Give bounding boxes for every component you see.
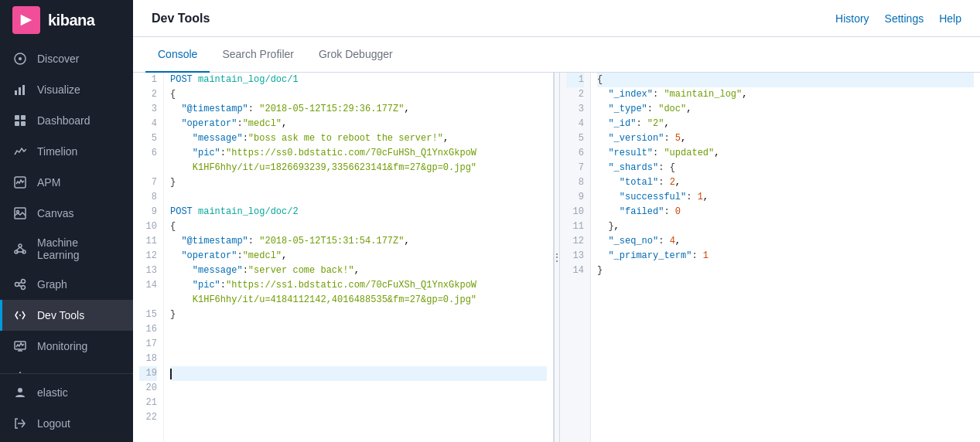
help-button[interactable]: Help [939, 12, 961, 25]
code-line-19 [170, 366, 547, 381]
line-num-22: 22 [139, 410, 157, 425]
sidebar-item-logout[interactable]: Logout [0, 408, 133, 439]
svg-rect-4 [22, 85, 25, 95]
svg-point-28 [18, 388, 22, 393]
tab-search-profiler[interactable]: Search Profiler [210, 37, 306, 73]
sidebar-item-dev-tools[interactable]: Dev Tools [0, 300, 133, 331]
line-num-17: 17 [139, 337, 157, 352]
topbar: Dev Tools History Settings Help [133, 0, 980, 37]
sidebar-item-timelion[interactable]: Timelion [0, 136, 133, 167]
line-num-10: 10 [139, 219, 157, 234]
out-line-num-5: 5 [566, 131, 584, 146]
out-code-line-13: "_primary_term": 1 [597, 249, 974, 264]
svg-line-15 [16, 247, 20, 250]
output-pane: 1 2 3 4 5 6 7 8 9 10 11 12 13 14 { [560, 73, 980, 442]
sidebar-item-canvas[interactable]: Canvas [0, 198, 133, 229]
canvas-icon [12, 206, 28, 221]
sidebar-item-machine-learning[interactable]: Machine Learning [0, 229, 133, 269]
sidebar-item-elastic[interactable]: elastic [0, 377, 133, 408]
discover-icon [12, 51, 28, 66]
line-num-14: 14 [139, 278, 157, 293]
kibana-logo-icon [12, 6, 40, 34]
code-line-7: } [170, 175, 547, 190]
code-line-16 [170, 322, 547, 337]
svg-rect-7 [15, 121, 19, 126]
sidebar-item-machine-learning-label: Machine Learning [37, 236, 121, 261]
out-code-line-9: "successful": 1, [597, 190, 974, 205]
code-line-3: "@timestamp": "2018-05-12T15:29:36.177Z"… [170, 102, 547, 117]
sidebar-item-apm-label: APM [37, 176, 60, 189]
code-line-21 [170, 396, 547, 410]
sidebar-item-management[interactable]: Management [0, 362, 133, 373]
svg-rect-5 [15, 115, 19, 120]
out-line-num-13: 13 [566, 249, 584, 264]
line-num-6b [139, 161, 157, 175]
svg-point-1 [19, 57, 22, 60]
svg-line-21 [19, 282, 22, 284]
code-editor[interactable]: 1 2 3 4 5 6 7 8 9 10 11 12 13 14 15 [133, 73, 553, 442]
machine-learning-icon [12, 241, 28, 257]
out-code-line-7: "_shards": { [597, 161, 974, 175]
code-line-18 [170, 352, 547, 366]
pane-separator[interactable]: ⋮ [554, 73, 560, 442]
svg-point-11 [17, 211, 19, 213]
out-code-line-8: "total": 2, [597, 175, 974, 190]
sidebar-nav: Discover Visualize Dashboard Timelion AP [0, 40, 133, 373]
tab-console[interactable]: Console [145, 37, 210, 73]
main-content: Dev Tools History Settings Help Console … [133, 0, 980, 442]
output-line-numbers: 1 2 3 4 5 6 7 8 9 10 11 12 13 14 [560, 73, 591, 442]
sidebar-item-graph[interactable]: Graph [0, 269, 133, 300]
line-num-8: 8 [139, 190, 157, 205]
sidebar-item-timelion-label: Timelion [37, 145, 77, 158]
svg-rect-3 [19, 87, 21, 95]
svg-rect-8 [21, 121, 26, 126]
editor-pane[interactable]: 1 2 3 4 5 6 7 8 9 10 11 12 13 14 15 [133, 73, 554, 442]
line-num-14b [139, 293, 157, 308]
sidebar-item-visualize[interactable]: Visualize [0, 74, 133, 105]
history-button[interactable]: History [835, 12, 869, 25]
out-line-num-4: 4 [566, 117, 584, 131]
timelion-icon [12, 144, 28, 159]
line-num-21: 21 [139, 396, 157, 410]
line-num-18: 18 [139, 352, 157, 366]
code-line-20 [170, 381, 547, 396]
sidebar-item-dashboard[interactable]: Dashboard [0, 105, 133, 136]
logo[interactable]: kibana [0, 0, 133, 40]
out-line-num-11: 11 [566, 219, 584, 234]
out-code-line-11: }, [597, 219, 974, 234]
line-num-20: 20 [139, 381, 157, 396]
svg-line-16 [20, 247, 24, 250]
out-line-num-1: 1 [566, 73, 584, 87]
code-line-8 [170, 190, 547, 205]
kibana-logo-text: kibana [48, 12, 94, 29]
settings-button[interactable]: Settings [885, 12, 924, 25]
sidebar-item-management-label: Management [37, 371, 101, 373]
code-line-11: "@timestamp": "2018-05-12T15:31:54.177Z"… [170, 234, 547, 249]
line-num-12: 12 [139, 249, 157, 264]
out-line-num-14: 14 [566, 264, 584, 278]
visualize-icon [12, 82, 28, 97]
sidebar-item-apm[interactable]: APM [0, 167, 133, 198]
output-code-editor: 1 2 3 4 5 6 7 8 9 10 11 12 13 14 { [560, 73, 980, 442]
out-code-line-10: "failed": 0 [597, 205, 974, 219]
out-line-num-2: 2 [566, 87, 584, 102]
sidebar-item-canvas-label: Canvas [37, 207, 73, 219]
line-num-4: 4 [139, 117, 157, 131]
out-line-num-12: 12 [566, 234, 584, 249]
sidebar-item-visualize-label: Visualize [37, 83, 80, 96]
editor-code-content[interactable]: POST maintain_log/doc/1 { "@timestamp": … [164, 73, 553, 442]
code-line-15: } [170, 308, 547, 322]
sidebar-item-monitoring[interactable]: Monitoring [0, 331, 133, 362]
user-icon [12, 385, 28, 400]
out-line-num-10: 10 [566, 205, 584, 219]
line-num-11: 11 [139, 234, 157, 249]
line-num-19: 19 [139, 366, 157, 381]
out-line-num-3: 3 [566, 102, 584, 117]
svg-rect-2 [15, 90, 17, 95]
apm-icon [12, 175, 28, 190]
out-line-num-7: 7 [566, 161, 584, 175]
out-line-num-8: 8 [566, 175, 584, 190]
line-num-3: 3 [139, 102, 157, 117]
sidebar-item-discover[interactable]: Discover [0, 43, 133, 74]
tab-grok-debugger[interactable]: Grok Debugger [306, 37, 405, 73]
